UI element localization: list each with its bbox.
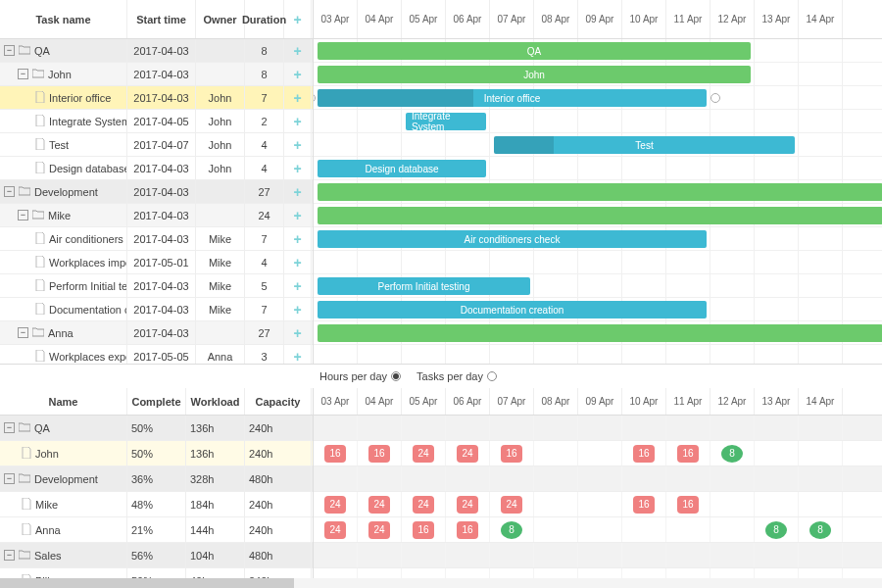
- add-task-button[interactable]: +: [284, 274, 312, 297]
- collapse-toggle[interactable]: −: [4, 473, 15, 484]
- add-task-button[interactable]: +: [284, 180, 312, 203]
- add-task-button[interactable]: +: [284, 251, 312, 273]
- collapse-toggle[interactable]: −: [4, 186, 15, 197]
- hours-pill: 24: [324, 521, 346, 539]
- hours-cell: [358, 543, 402, 567]
- date-header: 06 Apr: [446, 388, 490, 415]
- col-name[interactable]: Name: [0, 388, 127, 415]
- gantt-bar[interactable]: Design database: [318, 160, 486, 177]
- hours-pill: 16: [368, 445, 390, 463]
- timeline-row: Documentation creation: [314, 298, 882, 321]
- collapse-toggle[interactable]: −: [4, 45, 15, 56]
- add-task-button[interactable]: +: [284, 227, 312, 250]
- task-name-label: QA: [34, 45, 50, 57]
- task-row[interactable]: Workplaces exportation2017-05-05Anna3+: [0, 345, 313, 364]
- task-name-label: Workplaces exportation: [49, 351, 127, 363]
- horizontal-scrollbar[interactable]: [0, 578, 882, 588]
- col-duration[interactable]: Duration: [245, 0, 284, 38]
- resource-row[interactable]: John50%136h240h: [0, 441, 313, 466]
- col-complete[interactable]: Complete: [127, 388, 186, 415]
- task-row[interactable]: −John2017-04-038+: [0, 63, 313, 86]
- timeline-row: QA: [314, 39, 882, 63]
- bar-handle-right[interactable]: [710, 93, 720, 103]
- task-name-label: John: [48, 69, 72, 80]
- add-task-button[interactable]: +: [284, 345, 312, 364]
- gantt-bar[interactable]: Documentation creation: [318, 301, 707, 318]
- add-task-button[interactable]: +: [284, 39, 312, 62]
- start-cell: 2017-04-07: [127, 133, 196, 156]
- collapse-toggle[interactable]: −: [18, 210, 28, 220]
- collapse-toggle[interactable]: −: [18, 327, 28, 338]
- hours-cell: [710, 416, 755, 440]
- start-cell: 2017-05-05: [127, 345, 196, 364]
- gantt-bar[interactable]: John: [318, 66, 751, 83]
- task-row[interactable]: Interior office2017-04-03John7+: [0, 86, 313, 110]
- hours-pill: 8: [721, 445, 743, 463]
- collapse-toggle[interactable]: −: [4, 422, 15, 433]
- timeline-row: [314, 251, 882, 274]
- document-icon: [35, 115, 45, 128]
- task-row[interactable]: Workplaces importation2017-05-01Mike4+: [0, 251, 313, 274]
- add-task-button[interactable]: +: [284, 133, 312, 156]
- task-row[interactable]: Documentation creation2017-04-03Mike7+: [0, 298, 313, 321]
- hours-cell: 24: [490, 492, 534, 516]
- task-row[interactable]: Test2017-04-07John4+: [0, 133, 313, 157]
- resource-row[interactable]: −Development36%328h480h: [0, 466, 313, 492]
- hours-per-day-radio[interactable]: Hours per day: [319, 370, 401, 382]
- resource-row[interactable]: −Sales56%104h480h: [0, 543, 313, 568]
- work-cell: 328h: [186, 466, 245, 491]
- hours-cell: [622, 416, 666, 440]
- collapse-toggle[interactable]: −: [4, 550, 15, 561]
- date-header: 11 Apr: [666, 0, 710, 38]
- gantt-bar[interactable]: [318, 324, 882, 342]
- bar-handle-left[interactable]: [314, 93, 316, 103]
- col-owner[interactable]: Owner: [196, 0, 245, 38]
- gantt-bar[interactable]: Air conditioners check: [318, 230, 707, 248]
- date-header: 13 Apr: [755, 388, 799, 415]
- task-name-label: Test: [49, 139, 69, 151]
- gantt-timeline[interactable]: 03 Apr04 Apr05 Apr06 Apr07 Apr08 Apr09 A…: [314, 0, 882, 364]
- add-task-button[interactable]: +: [284, 157, 312, 179]
- add-task-button[interactable]: +: [284, 86, 312, 109]
- col-capacity[interactable]: Capacity: [245, 388, 312, 415]
- add-column-button[interactable]: +: [284, 0, 312, 38]
- add-task-button[interactable]: +: [284, 110, 312, 132]
- task-row[interactable]: Perform Initial testing2017-04-03Mike5+: [0, 274, 313, 298]
- resource-row[interactable]: Mike48%184h240h: [0, 492, 313, 517]
- resource-row[interactable]: Anna21%144h240h: [0, 517, 313, 543]
- task-row[interactable]: −Anna2017-04-0327+: [0, 321, 313, 345]
- task-row[interactable]: Air conditioners check2017-04-03Mike7+: [0, 227, 313, 251]
- scrollbar-thumb[interactable]: [0, 578, 294, 588]
- gantt-bar[interactable]: Perform Initial testing: [318, 277, 530, 295]
- resource-row[interactable]: −QA50%136h240h: [0, 416, 313, 441]
- timeline-row: [314, 204, 882, 227]
- collapse-toggle[interactable]: −: [18, 69, 28, 79]
- start-cell: 2017-04-03: [127, 63, 196, 85]
- gantt-bar[interactable]: [318, 183, 882, 201]
- gantt-bar[interactable]: Integrate System: [406, 113, 486, 130]
- add-task-button[interactable]: +: [284, 204, 312, 226]
- task-row[interactable]: Integrate System2017-04-05John2+: [0, 110, 313, 133]
- add-task-button[interactable]: +: [284, 63, 312, 85]
- hours-cell: [666, 517, 710, 542]
- task-row[interactable]: Design database2017-04-03John4+: [0, 157, 313, 180]
- duration-cell: 7: [245, 227, 284, 250]
- task-row[interactable]: −Mike2017-04-0324+: [0, 204, 313, 227]
- col-workload[interactable]: Workload: [186, 388, 245, 415]
- task-row[interactable]: −QA2017-04-038+: [0, 39, 313, 63]
- gantt-bar[interactable]: QA: [318, 42, 751, 60]
- add-task-button[interactable]: +: [284, 298, 312, 320]
- gantt-bar[interactable]: [318, 207, 882, 224]
- task-row[interactable]: −Development2017-04-0327+: [0, 180, 313, 204]
- work-cell: 144h: [186, 517, 245, 542]
- duration-cell: 8: [245, 39, 284, 62]
- tasks-per-day-radio[interactable]: Tasks per day: [416, 370, 497, 382]
- gantt-bar[interactable]: Test: [494, 136, 795, 154]
- col-start-time[interactable]: Start time: [127, 0, 196, 38]
- col-task-name[interactable]: Task name: [0, 0, 127, 38]
- gantt-bar[interactable]: Interior office: [318, 89, 707, 107]
- owner-cell: Mike: [196, 251, 245, 273]
- task-name-label: Integrate System: [49, 116, 127, 127]
- add-task-button[interactable]: +: [284, 321, 312, 344]
- hours-cell: [799, 466, 843, 491]
